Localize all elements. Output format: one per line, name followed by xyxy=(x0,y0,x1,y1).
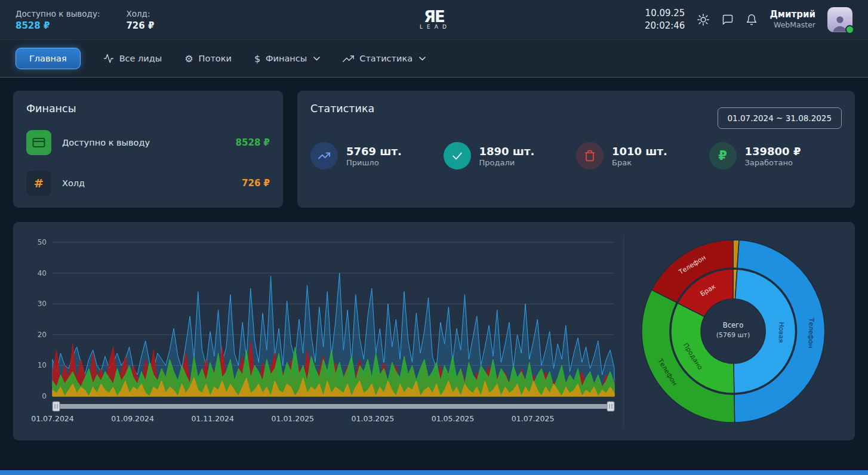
theme-toggle-icon[interactable] xyxy=(697,13,710,26)
charts-card: 0102030405001.07.202401.09.202401.11.202… xyxy=(13,222,855,440)
nav-item-streams[interactable]: ⚙ Потоки xyxy=(184,53,232,64)
stat-sold-label: Продали xyxy=(479,158,535,167)
finance-row-hold: # Холд 726 ₽ xyxy=(26,171,270,196)
logo-main: ЯE xyxy=(417,10,451,24)
stat-incoming-value: 5769 шт. xyxy=(346,144,402,158)
user-menu[interactable]: Дмитрий WebMaster xyxy=(769,10,815,30)
zoom-slider-track[interactable] xyxy=(53,404,614,409)
leads-donut-chart[interactable]: ТелефонТелефонТелефонНоваяПроданоБракВсе… xyxy=(636,235,830,428)
available-balance-label: Доступно к выводу: xyxy=(16,9,100,18)
y-tick-label: 10 xyxy=(38,361,47,369)
nav-item-statistics-label: Статистика xyxy=(359,54,413,63)
datetime: 10.09.25 20:02:46 xyxy=(645,7,685,32)
leads-line-chart-wrap: 0102030405001.07.202401.09.202401.11.202… xyxy=(26,234,623,428)
logo[interactable]: ЯE LEAD xyxy=(417,10,451,30)
nav-item-all-leads-label: Все лиды xyxy=(119,54,162,63)
stat-incoming-label: Пришло xyxy=(346,158,402,167)
activity-icon xyxy=(103,53,114,64)
donut-center-title: Всего xyxy=(722,321,743,329)
finance-hold-label: Холд xyxy=(62,178,85,188)
finance-card-title: Финансы xyxy=(26,103,270,115)
chat-icon[interactable] xyxy=(722,14,734,26)
finance-card: Финансы Доступно к выводу 8528 ₽ # Холд … xyxy=(13,91,283,208)
bell-icon[interactable] xyxy=(746,14,758,26)
hold-balance-label: Холд: xyxy=(126,9,154,18)
hold-balance: Холд: 726 ₽ xyxy=(126,9,154,31)
trash-icon xyxy=(576,142,604,169)
finance-available-label: Доступно к выводу xyxy=(62,138,150,147)
donut-center-subtitle: (5769 шт) xyxy=(716,331,750,339)
nav-item-home-label: Главная xyxy=(29,54,67,63)
stat-rejected-label: Брак xyxy=(612,158,667,167)
wallet-icon xyxy=(26,130,51,155)
user-role: WebMaster xyxy=(769,20,815,30)
current-time: 20:02:46 xyxy=(645,20,685,32)
leads-donut-chart-wrap: ТелефонТелефонТелефонНоваяПроданоБракВсе… xyxy=(623,235,842,428)
nav-item-finance[interactable]: $ Финансы xyxy=(254,53,320,64)
x-tick-label: 01.01.2025 xyxy=(272,414,315,423)
nav-item-all-leads[interactable]: Все лиды xyxy=(103,53,162,64)
dollar-icon: $ xyxy=(254,53,260,64)
y-tick-label: 40 xyxy=(38,269,47,277)
main-nav: Главная Все лиды ⚙ Потоки $ Финансы Стат… xyxy=(0,39,868,78)
online-status-dot xyxy=(845,25,854,34)
chevron-down-icon xyxy=(419,57,426,61)
x-tick-label: 01.07.2025 xyxy=(512,414,555,423)
nav-item-finance-label: Финансы xyxy=(266,54,307,63)
x-tick-label: 01.03.2025 xyxy=(352,414,395,423)
stats-card-title: Статистика xyxy=(310,103,374,115)
trending-up-icon xyxy=(310,142,338,169)
finance-row-available: Доступно к выводу 8528 ₽ xyxy=(26,130,270,155)
trending-up-icon xyxy=(343,53,354,64)
gear-icon: ⚙ xyxy=(184,53,193,64)
avatar[interactable] xyxy=(827,7,852,32)
logo-sub: LEAD xyxy=(420,24,451,30)
chevron-down-icon xyxy=(313,57,320,61)
stat-sold-value: 1890 шт. xyxy=(479,144,535,158)
stat-item-earned: ₽ 139800 ₽ Заработано xyxy=(709,142,842,169)
check-icon xyxy=(444,142,471,169)
stat-item-incoming: 5769 шт. Пришло xyxy=(310,142,444,169)
y-tick-label: 30 xyxy=(38,300,47,308)
y-tick-label: 20 xyxy=(38,331,47,339)
stat-item-rejected: 1010 шт. Брак xyxy=(576,142,709,169)
stats-card: Статистика 01.07.2024 ~ 31.08.2025 5769 … xyxy=(297,91,855,208)
donut-segment-label: Новая xyxy=(777,322,785,343)
leads-line-chart[interactable]: 0102030405001.07.202401.09.202401.11.202… xyxy=(26,234,623,426)
stat-item-sold: 1890 шт. Продали xyxy=(444,142,577,169)
nav-item-statistics[interactable]: Статистика xyxy=(343,53,426,64)
available-balance: Доступно к выводу: 8528 ₽ xyxy=(16,9,100,31)
x-tick-label: 01.09.2024 xyxy=(111,414,154,423)
hash-icon: # xyxy=(26,171,51,196)
stat-earned-value: 139800 ₽ xyxy=(745,144,801,158)
x-tick-label: 01.07.2024 xyxy=(31,414,74,423)
nav-item-home[interactable]: Главная xyxy=(16,48,81,69)
date-range-button[interactable]: 01.07.2024 ~ 31.08.2025 xyxy=(718,107,842,129)
available-balance-value: 8528 ₽ xyxy=(16,20,100,31)
zoom-slider-handle-left[interactable] xyxy=(53,402,60,411)
x-tick-label: 01.11.2024 xyxy=(191,414,234,423)
hold-balance-value: 726 ₽ xyxy=(126,20,154,31)
stat-rejected-value: 1010 шт. xyxy=(612,144,667,158)
ruble-icon: ₽ xyxy=(709,142,737,169)
footer-bar xyxy=(0,470,868,475)
balance-group: Доступно к выводу: 8528 ₽ Холд: 726 ₽ xyxy=(16,9,154,31)
finance-available-value: 8528 ₽ xyxy=(236,137,270,148)
finance-hold-value: 726 ₽ xyxy=(242,178,270,189)
donut-segment-label: Телефон xyxy=(807,317,815,348)
user-name: Дмитрий xyxy=(769,10,815,20)
nav-item-streams-label: Потоки xyxy=(199,54,232,63)
x-tick-label: 01.05.2025 xyxy=(432,414,475,423)
zoom-slider-handle-right[interactable] xyxy=(607,402,614,411)
topbar: Доступно к выводу: 8528 ₽ Холд: 726 ₽ ЯE… xyxy=(0,0,868,39)
current-date: 10.09.25 xyxy=(645,7,685,20)
stat-earned-label: Заработано xyxy=(745,158,801,167)
y-tick-label: 0 xyxy=(42,392,47,400)
y-tick-label: 50 xyxy=(38,238,47,246)
